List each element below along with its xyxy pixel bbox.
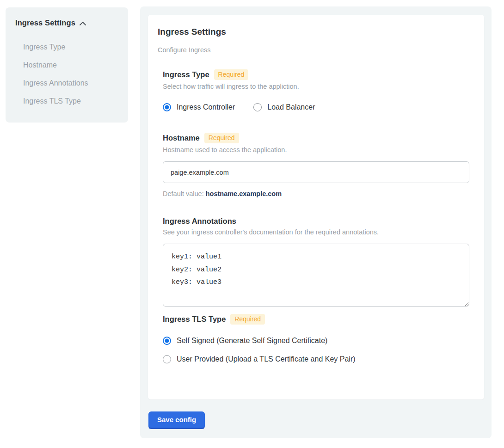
radio-self-signed[interactable] — [163, 337, 171, 345]
save-config-button[interactable]: Save config — [148, 411, 205, 429]
page-title: Ingress Settings — [158, 27, 474, 37]
section-ingress-annotations: Ingress Annotations See your ingress con… — [163, 217, 474, 307]
sidebar-items: Ingress Type Hostname Ingress Annotation… — [23, 38, 118, 110]
radio-label: Load Balancer — [267, 103, 315, 111]
sidebar: Ingress Settings Ingress Type Hostname I… — [6, 7, 128, 123]
sidebar-item-ingress-tls-type[interactable]: Ingress TLS Type — [23, 92, 118, 110]
ingress-annotations-description: See your ingress controller's documentat… — [163, 228, 474, 236]
hostname-input[interactable] — [163, 161, 469, 183]
hostname-label: Hostname — [163, 134, 200, 142]
sidebar-group-ingress-settings[interactable]: Ingress Settings — [15, 18, 118, 27]
required-badge: Required — [204, 133, 239, 143]
section-ingress-tls-type: Ingress TLS Type Required Self Signed (G… — [163, 314, 474, 363]
radio-label: Ingress Controller — [177, 103, 235, 111]
radio-user-provided[interactable] — [163, 355, 171, 363]
section-ingress-type: Ingress Type Required Select how traffic… — [163, 69, 474, 111]
ingress-type-label: Ingress Type — [163, 70, 209, 79]
chevron-up-icon — [80, 22, 86, 25]
ingress-type-radio-group: Ingress Controller Load Balancer — [163, 103, 474, 111]
ingress-tls-type-label: Ingress TLS Type — [163, 315, 226, 324]
radio-ingress-controller[interactable] — [163, 103, 171, 111]
required-badge: Required — [230, 314, 265, 325]
radio-label: Self Signed (Generate Self Signed Certif… — [177, 337, 327, 345]
page-subtitle: Configure Ingress — [158, 46, 474, 54]
page: Ingress Settings Ingress Type Hostname I… — [0, 0, 504, 448]
section-hostname: Hostname Required Hostname used to acces… — [163, 133, 474, 197]
ingress-annotations-label: Ingress Annotations — [163, 217, 236, 226]
radio-option-user-provided[interactable]: User Provided (Upload a TLS Certificate … — [163, 355, 474, 363]
radio-option-self-signed[interactable]: Self Signed (Generate Self Signed Certif… — [163, 337, 474, 345]
default-value-label: Default value: — [163, 190, 206, 197]
ingress-annotations-textarea[interactable]: key1: value1 key2: value2 key3: value3 — [163, 244, 469, 307]
radio-label: User Provided (Upload a TLS Certificate … — [177, 355, 356, 363]
sidebar-item-ingress-type[interactable]: Ingress Type — [23, 38, 118, 56]
sidebar-item-hostname[interactable]: Hostname — [23, 56, 118, 74]
ingress-settings-card: Ingress Settings Configure Ingress Ingre… — [148, 15, 484, 399]
radio-option-load-balancer[interactable]: Load Balancer — [253, 103, 315, 111]
default-value-text: hostname.example.com — [206, 190, 282, 197]
hostname-description: Hostname used to access the application. — [163, 146, 474, 153]
main-panel: Ingress Settings Configure Ingress Ingre… — [140, 6, 492, 438]
sidebar-group-title: Ingress Settings — [15, 18, 75, 27]
sidebar-item-ingress-annotations[interactable]: Ingress Annotations — [23, 74, 118, 92]
radio-load-balancer[interactable] — [253, 103, 262, 111]
ingress-type-description: Select how traffic will ingress to the a… — [163, 83, 474, 90]
ingress-tls-radio-group: Self Signed (Generate Self Signed Certif… — [163, 337, 474, 363]
required-badge: Required — [214, 69, 249, 80]
radio-option-ingress-controller[interactable]: Ingress Controller — [163, 103, 235, 111]
hostname-default-row: Default value: hostname.example.com — [163, 190, 474, 197]
